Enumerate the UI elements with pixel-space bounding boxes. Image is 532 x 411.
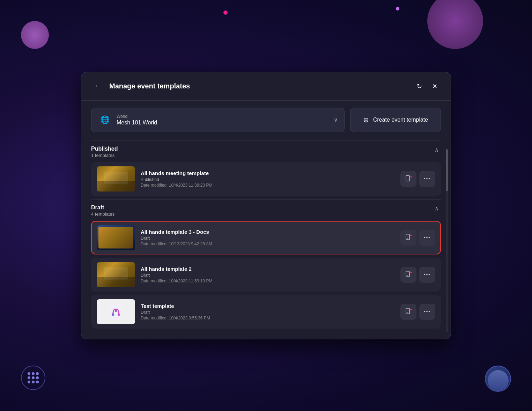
- template-info-test: Test template Draft Date modified: 10/4/…: [141, 303, 395, 320]
- publish-icon: [405, 308, 412, 316]
- published-section-info: Published 1 templates: [91, 146, 118, 158]
- template-name: All hands template 2: [141, 266, 395, 272]
- template-name: All hands template 3 - Docs: [141, 229, 395, 235]
- grid-menu-button[interactable]: [21, 366, 45, 390]
- template-info-all-hands-2: All hands template 2 Draft Date modified…: [141, 266, 395, 283]
- user-avatar[interactable]: [485, 366, 511, 392]
- world-name: Mesh 101 World: [117, 120, 329, 126]
- close-button[interactable]: ✕: [428, 80, 441, 93]
- bg-decoration-circle-2: [427, 0, 483, 49]
- header-actions: ↻ ✕: [413, 80, 441, 93]
- svg-point-7: [411, 235, 412, 236]
- more-icon: •••: [424, 309, 431, 314]
- publish-button-2[interactable]: [400, 267, 416, 283]
- published-collapse-button[interactable]: ∧: [433, 146, 441, 154]
- back-icon: ←: [94, 82, 101, 90]
- office-thumbnail-2: [97, 262, 135, 287]
- template-info-all-hands-3: All hands template 3 - Docs Draft Date m…: [141, 229, 395, 246]
- grid-dots-icon: [28, 372, 39, 383]
- publish-icon: [405, 271, 412, 279]
- template-date: Date modified: 10/4/2023 11:59:19 PM: [141, 279, 395, 283]
- chevron-down-icon: ∨: [334, 116, 338, 123]
- svg-point-1: [407, 180, 408, 180]
- svg-point-5: [407, 238, 408, 239]
- template-actions-all-hands-meeting: •••: [400, 171, 435, 187]
- top-row: 🌐 World Mesh 101 World ∨ ⊕ Create event …: [91, 108, 441, 132]
- svg-point-3: [411, 176, 412, 178]
- bg-decoration-dot-1: [223, 10, 228, 15]
- template-item-all-hands-3[interactable]: All hands template 3 - Docs Draft Date m…: [91, 221, 441, 254]
- more-button-3[interactable]: •••: [419, 230, 435, 246]
- svg-point-19: [411, 309, 412, 310]
- publish-button-3[interactable]: [400, 230, 416, 246]
- back-button[interactable]: ←: [91, 80, 104, 93]
- template-thumbnail-all-hands-2: [97, 262, 135, 287]
- refresh-button[interactable]: ↻: [413, 80, 426, 93]
- dialog-title: Manage event templates: [109, 82, 407, 90]
- close-icon: ✕: [432, 82, 437, 90]
- publish-button-test[interactable]: [400, 304, 416, 320]
- template-actions-all-hands-3: •••: [400, 230, 435, 246]
- draft-section-header: Draft 4 templates ∧: [91, 199, 441, 221]
- template-info-all-hands-meeting: All hands meeting template Published Dat…: [141, 170, 395, 188]
- published-section-count: 1 templates: [91, 153, 118, 158]
- dialog-content: 🌐 World Mesh 101 World ∨ ⊕ Create event …: [81, 101, 451, 339]
- template-item-test[interactable]: Test template Draft Date modified: 10/4/…: [91, 295, 441, 329]
- more-icon: •••: [424, 176, 431, 181]
- publish-button[interactable]: [400, 171, 416, 187]
- svg-point-13: [112, 313, 114, 316]
- draft-collapse-button[interactable]: ∧: [433, 204, 441, 212]
- template-thumbnail-test: [97, 299, 135, 324]
- template-thumbnail-all-hands-meeting: [97, 166, 135, 192]
- publish-icon: [405, 233, 412, 242]
- template-item-all-hands-meeting[interactable]: All hands meeting template Published Dat…: [91, 162, 441, 196]
- draft-section-count: 4 templates: [91, 211, 114, 217]
- manage-templates-dialog: ← Manage event templates ↻ ✕ 🌐 World Mes…: [81, 72, 451, 339]
- draft-section-title: Draft: [91, 204, 114, 211]
- template-status: Draft: [141, 310, 395, 315]
- published-section-title: Published: [91, 146, 118, 152]
- template-status: Draft: [141, 273, 395, 278]
- template-date: Date modified: 10/4/2023 11:39:23 PM: [141, 183, 395, 188]
- more-button-test[interactable]: •••: [419, 304, 435, 320]
- publish-icon: [405, 175, 412, 183]
- create-button-label: Create event template: [373, 117, 428, 123]
- mesh-logo-svg: [107, 303, 125, 320]
- world-selector[interactable]: 🌐 World Mesh 101 World ∨: [91, 108, 345, 132]
- template-thumbnail-all-hands-3: [97, 225, 135, 250]
- office-thumbnail: [97, 166, 135, 192]
- svg-point-15: [115, 310, 117, 312]
- avatar-figure: [488, 370, 509, 391]
- template-date: Date modified: 10/13/2023 9:42:28 AM: [141, 241, 395, 246]
- world-icon: 🌐: [98, 113, 112, 127]
- more-icon: •••: [424, 272, 431, 277]
- world-label: World: [117, 114, 329, 119]
- mesh-thumbnail: [97, 225, 135, 250]
- template-name: All hands meeting template: [141, 170, 395, 176]
- create-event-template-button[interactable]: ⊕ Create event template: [350, 108, 441, 132]
- svg-point-14: [118, 313, 120, 316]
- svg-point-17: [407, 312, 408, 313]
- template-actions-test: •••: [400, 304, 435, 320]
- logo-thumbnail: [97, 299, 135, 324]
- bg-decoration-circle-1: [21, 21, 49, 49]
- published-section-header: Published 1 templates ∧: [91, 140, 441, 162]
- bg-decoration-dot-2: [396, 7, 399, 10]
- dialog-header: ← Manage event templates ↻ ✕: [81, 72, 451, 101]
- scroll-track: [446, 149, 448, 332]
- svg-point-11: [411, 272, 412, 273]
- more-icon: •••: [424, 235, 431, 240]
- world-info: World Mesh 101 World: [117, 114, 329, 126]
- template-date: Date modified: 10/4/2023 9:55:36 PM: [141, 316, 395, 320]
- scroll-thumb[interactable]: [446, 149, 448, 191]
- template-status: Published: [141, 177, 395, 182]
- template-name: Test template: [141, 303, 395, 309]
- more-button[interactable]: •••: [419, 171, 435, 187]
- template-status: Draft: [141, 236, 395, 241]
- template-item-all-hands-2[interactable]: All hands template 2 Draft Date modified…: [91, 258, 441, 291]
- template-actions-all-hands-2: •••: [400, 267, 435, 283]
- svg-point-9: [407, 275, 408, 276]
- plus-circle-icon: ⊕: [363, 116, 369, 124]
- more-button-2[interactable]: •••: [419, 267, 435, 283]
- refresh-icon: ↻: [417, 82, 422, 90]
